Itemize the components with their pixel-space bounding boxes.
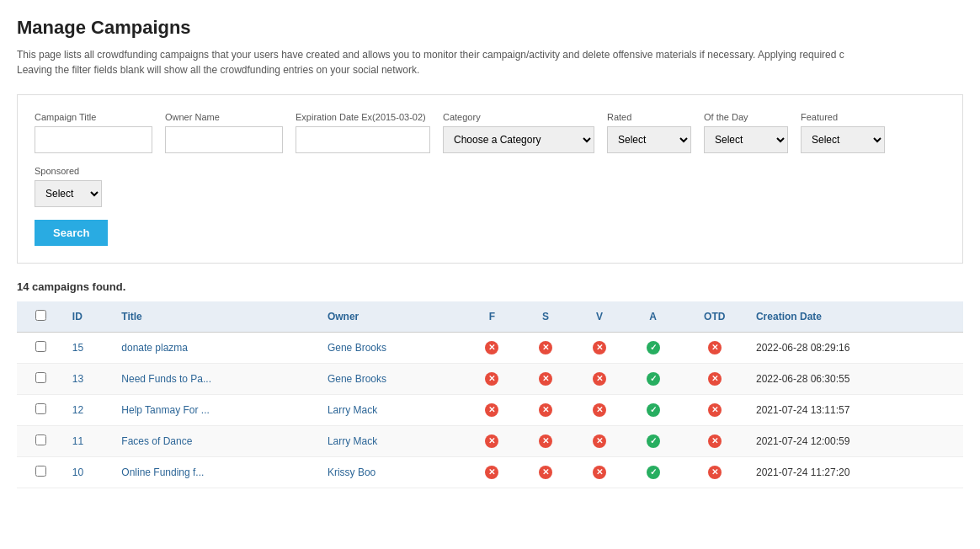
- campaign-title-label: Campaign Title: [35, 112, 152, 122]
- col-owner: Owner: [321, 301, 466, 333]
- row-s: ✕: [519, 395, 573, 426]
- x-icon: ✕: [708, 372, 722, 386]
- row-v: ✕: [573, 426, 626, 457]
- row-s: ✕: [519, 457, 573, 488]
- otd-select[interactable]: Select Yes No: [704, 126, 788, 153]
- otd-field: Of the Day Select Yes No: [704, 112, 788, 153]
- x-icon: ✕: [708, 466, 722, 479]
- id-link[interactable]: 13: [72, 373, 83, 385]
- sponsored-field: Sponsored Select Yes No: [35, 166, 102, 207]
- rated-select[interactable]: Select Yes No: [607, 126, 691, 153]
- row-v: ✕: [573, 457, 626, 488]
- owner-link[interactable]: Larry Mack: [328, 435, 377, 447]
- owner-name-field: Owner Name: [165, 112, 283, 153]
- row-checkbox[interactable]: [35, 434, 46, 445]
- owner-name-input[interactable]: [165, 126, 283, 153]
- row-title: Online Funding f...: [115, 457, 321, 488]
- row-a: ✓: [626, 364, 680, 395]
- row-checkbox[interactable]: [35, 341, 46, 352]
- id-link[interactable]: 12: [72, 404, 83, 416]
- campaign-title-field: Campaign Title: [35, 112, 152, 153]
- row-otd: ✕: [680, 333, 749, 364]
- row-id: 12: [66, 395, 115, 426]
- results-count: 14 campaigns found.: [17, 280, 963, 293]
- table-row: 15 donate plazma Gene Brooks ✕ ✕ ✕ ✓ ✕ 2…: [17, 333, 963, 364]
- x-icon: ✕: [539, 466, 552, 479]
- x-icon: ✕: [708, 434, 722, 448]
- id-link[interactable]: 10: [72, 466, 83, 478]
- row-creation-date: 2021-07-24 11:27:20: [749, 457, 963, 488]
- sponsored-select[interactable]: Select Yes No: [35, 180, 102, 207]
- check-icon: ✓: [647, 434, 660, 448]
- row-owner: Gene Brooks: [321, 333, 466, 364]
- row-f: ✕: [465, 364, 519, 395]
- x-icon: ✕: [593, 341, 606, 354]
- col-f: F: [465, 301, 519, 333]
- x-icon: ✕: [485, 466, 498, 479]
- expiry-date-input[interactable]: [296, 126, 430, 153]
- row-title: donate plazma: [115, 333, 321, 364]
- owner-name-label: Owner Name: [165, 112, 283, 122]
- id-link[interactable]: 15: [72, 342, 83, 354]
- x-icon: ✕: [593, 466, 606, 479]
- owner-link[interactable]: Krissy Boo: [328, 466, 375, 478]
- col-creation-date: Creation Date: [749, 301, 963, 333]
- row-checkbox[interactable]: [35, 403, 46, 414]
- col-title: Title: [115, 301, 321, 333]
- row-f: ✕: [465, 426, 519, 457]
- row-id: 15: [66, 333, 115, 364]
- row-creation-date: 2022-06-28 06:30:55: [749, 364, 963, 395]
- check-icon: ✓: [647, 403, 660, 417]
- table-row: 12 Help Tanmay For ... Larry Mack ✕ ✕ ✕ …: [17, 395, 963, 426]
- x-icon: ✕: [539, 403, 552, 417]
- row-f: ✕: [465, 333, 519, 364]
- sponsored-label: Sponsored: [35, 166, 102, 176]
- row-checkbox[interactable]: [35, 466, 46, 477]
- row-owner: Larry Mack: [321, 426, 466, 457]
- campaign-title-input[interactable]: [35, 126, 152, 153]
- row-otd: ✕: [680, 364, 749, 395]
- owner-link[interactable]: Gene Brooks: [328, 342, 386, 354]
- page-title: Manage Campaigns: [17, 17, 963, 39]
- title-link[interactable]: Help Tanmay For ...: [121, 404, 209, 416]
- owner-link[interactable]: Gene Brooks: [328, 373, 386, 385]
- otd-label: Of the Day: [704, 112, 788, 122]
- row-a: ✓: [626, 333, 680, 364]
- col-id: ID: [66, 301, 115, 333]
- owner-link[interactable]: Larry Mack: [328, 404, 377, 416]
- row-creation-date: 2021-07-24 12:00:59: [749, 426, 963, 457]
- row-f: ✕: [465, 457, 519, 488]
- col-otd: OTD: [680, 301, 749, 333]
- row-otd: ✕: [680, 426, 749, 457]
- search-button[interactable]: Search: [35, 220, 108, 246]
- featured-field: Featured Select Yes No: [801, 112, 885, 153]
- row-a: ✓: [626, 457, 680, 488]
- category-label: Category: [443, 112, 594, 122]
- select-all-checkbox[interactable]: [35, 310, 46, 321]
- title-link[interactable]: Need Funds to Pa...: [121, 373, 211, 385]
- x-icon: ✕: [593, 434, 606, 448]
- x-icon: ✕: [485, 372, 498, 386]
- table-row: 11 Faces of Dance Larry Mack ✕ ✕ ✕ ✓ ✕ 2…: [17, 426, 963, 457]
- x-icon: ✕: [708, 341, 722, 354]
- check-icon: ✓: [647, 372, 660, 386]
- x-icon: ✕: [485, 341, 498, 354]
- row-checkbox[interactable]: [35, 372, 46, 383]
- title-link[interactable]: donate plazma: [121, 342, 188, 354]
- row-otd: ✕: [680, 457, 749, 488]
- col-a: A: [626, 301, 680, 333]
- row-v: ✕: [573, 364, 626, 395]
- row-s: ✕: [519, 333, 573, 364]
- row-checkbox-cell: [17, 395, 66, 426]
- title-link[interactable]: Online Funding f...: [121, 466, 204, 478]
- category-select[interactable]: Choose a Category Art Music Technology H…: [443, 126, 594, 153]
- id-link[interactable]: 11: [72, 435, 83, 447]
- row-owner: Gene Brooks: [321, 364, 466, 395]
- row-owner: Larry Mack: [321, 395, 466, 426]
- featured-select[interactable]: Select Yes No: [801, 126, 885, 153]
- row-checkbox-cell: [17, 333, 66, 364]
- row-s: ✕: [519, 426, 573, 457]
- title-link[interactable]: Faces of Dance: [121, 435, 192, 447]
- row-id: 13: [66, 364, 115, 395]
- row-id: 10: [66, 457, 115, 488]
